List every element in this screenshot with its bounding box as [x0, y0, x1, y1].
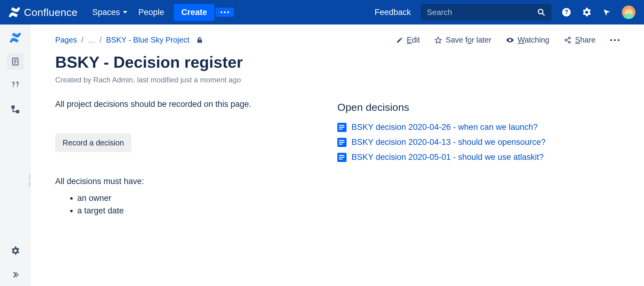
svg-marker-10	[435, 37, 441, 43]
page-byline: Created by Rach Admin, last modified jus…	[55, 76, 619, 84]
top-nav: Confluence Spaces People Create Feedback…	[0, 0, 644, 24]
rail-space-settings-icon[interactable]	[7, 243, 24, 259]
left-rail	[0, 24, 31, 286]
svg-point-11	[509, 39, 511, 40]
svg-point-14	[569, 41, 570, 43]
edit-button[interactable]: Edit	[396, 36, 420, 44]
breadcrumb-sep: /	[100, 36, 102, 44]
search-input[interactable]	[427, 8, 537, 17]
rule-item: a target date	[77, 206, 307, 216]
share-button[interactable]: Share	[564, 36, 596, 44]
watching-label: Watching	[518, 36, 549, 44]
save-label: Save for later	[446, 36, 491, 44]
rule-item: an owner	[77, 194, 307, 203]
confluence-logo-icon	[9, 6, 20, 18]
content-right-column: Open decisions BSKY decision 2020-04-26 …	[337, 100, 619, 219]
content-left-column: All project decisions should be recorded…	[55, 100, 307, 219]
search-icon	[537, 8, 545, 16]
settings-icon[interactable]	[582, 8, 591, 17]
open-decisions-list: BSKY decision 2020-04-26 - when can we l…	[337, 122, 619, 162]
page-icon	[337, 153, 347, 162]
open-decision-link[interactable]: BSKY decision 2020-04-26 - when can we l…	[351, 122, 538, 132]
breadcrumb-space[interactable]: BSKY - Blue Sky Project	[106, 36, 190, 44]
eye-icon	[506, 36, 514, 44]
restrictions-icon[interactable]	[196, 36, 204, 44]
intro-text: All project decisions should be recorded…	[55, 100, 307, 109]
svg-rect-8	[12, 106, 14, 108]
create-button[interactable]: Create	[174, 4, 214, 21]
rail-expand-icon[interactable]	[7, 266, 24, 283]
search-box[interactable]	[421, 4, 551, 21]
svg-line-15	[567, 38, 569, 40]
save-for-later-button[interactable]: Save for later	[435, 36, 491, 44]
nav-spaces-label: Spaces	[92, 8, 120, 17]
page-icon	[337, 123, 347, 132]
open-decision-item[interactable]: BSKY decision 2020-04-13 - should we ope…	[337, 137, 619, 147]
feedback-link[interactable]: Feedback	[368, 5, 418, 20]
open-decision-item[interactable]: BSKY decision 2020-04-26 - when can we l…	[337, 122, 619, 132]
open-decisions-title: Open decisions	[337, 101, 619, 113]
svg-line-16	[567, 40, 569, 42]
chevron-down-icon	[123, 11, 127, 13]
nav-spaces[interactable]: Spaces	[87, 5, 133, 20]
page-more-button[interactable]	[610, 39, 619, 41]
feedback-label: Feedback	[374, 8, 411, 17]
breadcrumb-sep: /	[81, 36, 83, 44]
open-decision-item[interactable]: BSKY decision 2020-05-01 - should we use…	[337, 152, 619, 162]
notifications-icon[interactable]	[602, 8, 611, 17]
rail-pages-icon[interactable]	[7, 53, 24, 70]
breadcrumb: Pages / … / BSKY - Blue Sky Project	[55, 36, 204, 44]
create-button-label: Create	[181, 8, 207, 17]
record-decision-button[interactable]: Record a decision	[55, 134, 131, 152]
confluence-logo[interactable]: Confluence	[9, 6, 78, 18]
star-icon	[435, 36, 442, 44]
create-more-button[interactable]	[216, 8, 234, 17]
open-decision-link[interactable]: BSKY decision 2020-05-01 - should we use…	[351, 152, 544, 162]
watching-button[interactable]: Watching	[506, 36, 549, 44]
page-icon	[337, 138, 347, 147]
pencil-icon	[396, 37, 403, 43]
rules-list: an owner a target date	[55, 194, 307, 216]
rail-resize-handle[interactable]	[29, 175, 32, 187]
nav-people[interactable]: People	[133, 5, 170, 20]
page-title: BSKY - Decision register	[55, 53, 619, 71]
svg-point-12	[569, 37, 570, 39]
svg-text:?: ?	[565, 9, 568, 15]
share-icon	[564, 36, 571, 44]
rules-intro: All decisions must have:	[55, 177, 307, 186]
rail-space-icon[interactable]	[7, 29, 24, 46]
open-decision-link[interactable]: BSKY decision 2020-04-13 - should we ope…	[351, 137, 546, 147]
svg-line-1	[542, 13, 544, 15]
svg-point-13	[565, 39, 567, 41]
share-label: Share	[575, 36, 596, 44]
edit-label: Edit	[407, 36, 420, 44]
svg-rect-9	[16, 111, 19, 113]
help-icon[interactable]: ?	[562, 8, 571, 17]
nav-people-label: People	[138, 8, 164, 17]
rail-tree-icon[interactable]	[7, 101, 24, 118]
page-actions: Edit Save for later Watching	[396, 36, 619, 44]
breadcrumb-pages[interactable]: Pages	[55, 36, 77, 44]
breadcrumb-ellipsis[interactable]: …	[88, 36, 95, 44]
product-name: Confluence	[24, 6, 78, 18]
rail-blog-icon[interactable]	[7, 77, 24, 94]
main-content: Pages / … / BSKY - Blue Sky Project Edit	[31, 24, 644, 286]
ellipsis-icon	[220, 11, 229, 13]
profile-avatar[interactable]	[622, 6, 635, 19]
